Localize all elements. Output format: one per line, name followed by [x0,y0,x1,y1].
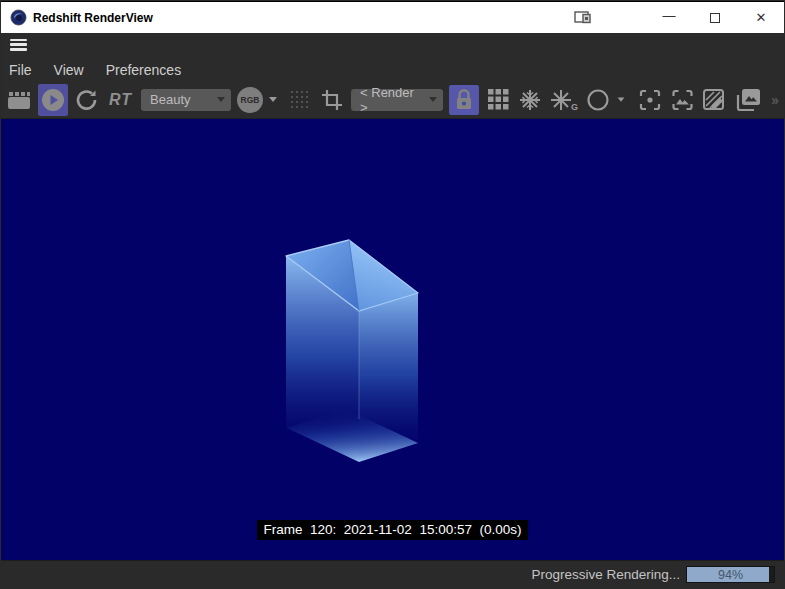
titlebar: Redshift RenderView — ✕ [1,1,784,33]
svg-text:G: G [571,102,578,112]
region-caret-icon[interactable] [618,97,625,101]
crop-icon[interactable] [319,86,345,114]
region-circle-icon[interactable] [585,86,611,114]
chevron-down-icon [217,97,225,102]
film-icon[interactable] [6,86,32,114]
refresh-icon[interactable] [74,86,100,114]
app-chrome: File View Preferences RT Beauty [1,33,784,119]
minimize-icon: — [663,8,676,23]
frame-info-overlay: Frame 120: 2021-11-02 15:00:57 (0.00s) [257,520,529,540]
status-message: Progressive Rendering... [531,567,680,582]
render-camera-dropdown[interactable]: < Render > [351,89,443,111]
hamburger-row [1,33,784,56]
window-title: Redshift RenderView [33,11,153,25]
render-camera-value: < Render > [360,85,422,115]
display-mode-caret-icon[interactable] [269,97,277,102]
toolbar-overflow-chevron[interactable]: ›› [771,91,777,108]
bucket-grid-icon[interactable] [485,86,511,114]
lock-icon [453,88,475,112]
close-button[interactable]: ✕ [738,2,784,33]
menu-view[interactable]: View [54,62,84,78]
menu-preferences[interactable]: Preferences [106,62,181,78]
render-region-icon[interactable] [669,86,695,114]
monitor-icon [574,11,592,24]
chevron-down-icon [429,97,437,102]
maximize-icon [710,13,720,23]
freeze-icon[interactable] [517,86,543,114]
progress-percentage: 94% [687,567,774,582]
lock-button[interactable] [449,85,479,115]
window-dock-icon[interactable] [560,2,606,33]
render-viewport[interactable]: Frame 120: 2021-11-02 15:00:57 (0.00s) [1,119,784,560]
redshift-logo-icon [10,9,27,26]
play-button[interactable] [38,84,68,116]
focus-point-icon[interactable] [637,86,663,114]
aov-selected-value: Beauty [150,92,190,107]
region-edit-icon[interactable] [701,86,727,114]
aov-dropdown[interactable]: Beauty [141,89,231,111]
rendered-box-image [1,119,784,560]
maximize-button[interactable] [692,2,738,33]
freeze-geometry-icon[interactable]: G [549,86,579,114]
menubar: File View Preferences [1,56,784,83]
dither-grid-icon[interactable] [287,86,313,114]
redshift-renderview-window: Redshift RenderView — ✕ File View Prefer… [0,0,785,589]
rt-mode-button[interactable]: RT [106,91,135,109]
progress-bar: 94% [686,566,775,583]
menu-file[interactable]: File [9,62,32,78]
close-icon: ✕ [756,10,767,25]
toolbar: RT Beauty RGB [1,83,784,119]
hamburger-menu-icon[interactable] [10,39,27,51]
rgb-display-button[interactable]: RGB [237,87,263,113]
statusbar: Progressive Rendering... 94% [1,560,784,588]
minimize-button[interactable]: — [646,2,692,33]
snapshots-icon[interactable] [733,86,763,114]
